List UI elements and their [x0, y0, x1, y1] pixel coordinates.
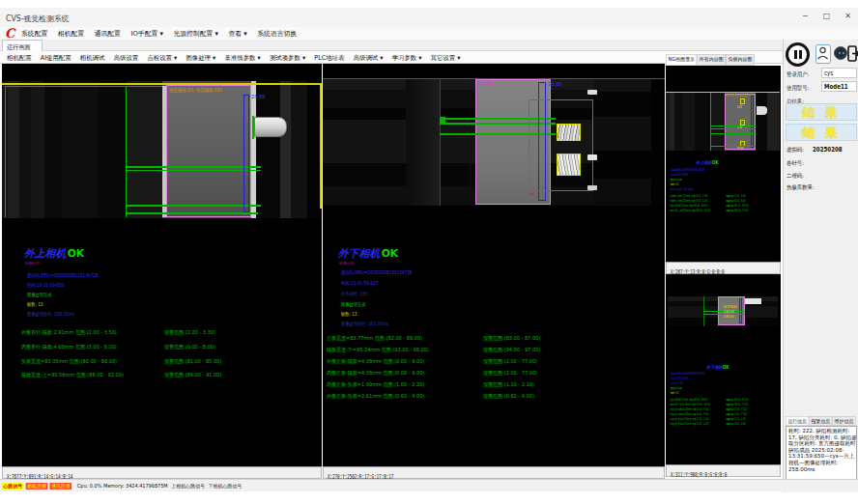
exit-icon [847, 44, 858, 63]
upper-green-top [5, 86, 167, 87]
upper-camera-name: 外上相机 [24, 247, 66, 260]
camera-view-lower[interactable]: AI检测框 28.80 6.8 外下相机OK NG统计(0) 虚拟码:0ff1i… [323, 64, 665, 466]
upper-row-3: 负极宽度=83.05mm 范围:(80.00 - 86.00) [21, 357, 117, 365]
menu-io-config[interactable]: IO手配置 ▾ [130, 29, 162, 38]
upper-ng-note: NG统计(1) [25, 261, 41, 266]
mini2-row-5: 内侧正极-负极=1.90mm 范围:(1.00 - 2.20) [670, 417, 709, 421]
upper-green-h2 [126, 170, 261, 171]
tab-run-screen[interactable]: 运行画面 [2, 40, 43, 51]
upper-green-h3 [126, 205, 261, 207]
window-title: CVS-视觉检测系统 [6, 14, 69, 24]
lower-camera-image: AI检测框 28.80 6.8 [323, 78, 665, 206]
tool-camera-config[interactable]: 相机配置 [7, 53, 32, 62]
log-textarea[interactable]: 耗时: 222, 缺陷检测耗时: 17, 缺陷分类耗时: 0, 缺陷提取分区耗时… [786, 426, 857, 485]
mini1-alarm-4: 报警范围:(89.00 - 91.00) [726, 209, 749, 212]
tool-camera-debug[interactable]: 相机调试 [80, 53, 105, 62]
pause-button[interactable] [786, 42, 810, 67]
tool-other-settings[interactable]: 其它设置 ▾ [431, 53, 461, 62]
tool-plc-table[interactable]: PLC地址表 [314, 53, 344, 62]
mini1-tab-piece [757, 106, 767, 115]
result-box-1: 结 果 [786, 103, 857, 121]
lower-green-vline [440, 78, 441, 206]
mini2-row-6: 外侧正极-负极=2.61mm 范围:(0.60 - 4.00) [670, 422, 709, 426]
tool-baseline-params[interactable]: 基准线参数 ▾ [225, 53, 261, 62]
user-button[interactable] [815, 44, 831, 64]
lower-ai-defect-box [529, 99, 593, 191]
mini1-green-vline [710, 93, 711, 151]
cam-down-status: 下相机心跳信号 [208, 483, 242, 490]
camera-view-upper[interactable]: 固定阈值:93, 动态阈值:100 25.88 外上相机OK NG统计(1) 虚… [2, 64, 322, 466]
pause-icon [794, 50, 797, 59]
upper-row-4: 隔膜宽度-上=90.56mm 范围:(88.00 - 92.00) [21, 371, 124, 378]
menu-language[interactable]: 系统语言切换 [257, 29, 297, 38]
mini1-threshold: 固定阈值:93, 动态阈值:100 [726, 94, 752, 98]
mini2-row-4: 内侧正极-隔膜=4.38mm 范围:(0.00 - 9.00) [670, 412, 709, 416]
upper-camera-image: 固定阈值:93, 动态阈值:100 25.88 [2, 81, 322, 218]
tool-spotcheck[interactable]: 点检设置 ▾ [147, 53, 177, 62]
menu-light-config[interactable]: 光源控制配置 ▾ [173, 29, 218, 38]
maximize-button[interactable]: □ [820, 12, 833, 20]
mini1-green-h3 [710, 133, 756, 134]
upper-blue-value: 25.88 [251, 94, 265, 100]
upper-alarm-2: 报警范围:(0.00 - 8.00) [164, 343, 215, 350]
lower-row-2: 隔膜宽度-下=95.24mm 范围:(93.00 - 98.00) [327, 346, 429, 353]
menu-system-config[interactable]: 系统配置 [21, 29, 47, 38]
mini1-image: 固定阈值:93, 动态阈值:100 2.91 4.60 90.56 [666, 93, 780, 151]
lower-clip-3 [587, 185, 597, 190]
tool-advanced-settings[interactable]: 高级设置 [114, 53, 139, 62]
settings-button[interactable] [834, 46, 847, 60]
lower-right-region [593, 78, 651, 206]
upper-result-title: 外上相机OK [24, 247, 84, 261]
needle-label: 卷针号: [786, 159, 804, 167]
exit-button[interactable] [847, 44, 858, 63]
mini-view-upper[interactable]: 固定阈值:93, 动态阈值:100 2.91 4.60 90.56 外上相机OK… [666, 66, 781, 262]
lower-camera-name: 外下相机 [338, 247, 380, 260]
mini2-image: 83.77 95.24 4.38 4.38 1.90 2.61 [668, 296, 778, 326]
title-bar: CVS-视觉检测系统 ─ □ ✕ [0, 8, 858, 27]
lower-done: 图像处理完成 [341, 301, 365, 308]
lower-row-5: 内侧正极-负极=1.90mm 范围:(1.00 - 2.20) [327, 380, 424, 388]
result-box-2: 结 果 [786, 124, 857, 141]
upper-green-vline [126, 86, 127, 217]
tool-learn-params[interactable]: 学习参数 ▾ [392, 53, 422, 62]
lower-view-statusbar: X:270;Y:2502;R:17;G:17;B:17 [323, 466, 665, 479]
tool-advanced-debug[interactable]: 高级调试 ▾ [354, 53, 384, 62]
upper-green-h1 [126, 166, 261, 168]
menu-camera-config[interactable]: 相机配置 [58, 29, 84, 38]
upper-row-1: 外侧卷针-隔膜:2.91mm 范围:(2.00 - 3.50) [21, 328, 117, 336]
mini1-row-4: 隔膜宽度-上=90.56mm 范围:(88.00 - 92.00) [670, 209, 710, 212]
mini-view-lower[interactable]: 83.77 95.24 4.38 4.38 1.90 2.61 外下相机OK 虚… [666, 274, 781, 464]
mini1-row-2: 内侧卷针-隔膜:4.60mm 范围:(3.00 - 6.00) [670, 199, 708, 203]
settings-icon [839, 52, 841, 54]
mini2-frame: 帧数: 13 [671, 391, 678, 395]
log-tab-alarm[interactable]: 报警信息 [809, 416, 832, 426]
mini2-alarm-2: 报警范围:(94.00 - 97.00) [726, 403, 749, 406]
tool-ai-config[interactable]: AI使用配置 [41, 53, 72, 62]
menu-view[interactable]: 查看 ▾ [228, 29, 246, 38]
login-value[interactable]: cys [821, 68, 857, 78]
mini-tab-ng[interactable]: NG画面显示 [666, 54, 697, 66]
mini2-alarm-1: 报警范围:(83.00 - 87.00) [726, 398, 749, 402]
close-button[interactable]: ✕ [842, 12, 854, 20]
mini2-note-2: 4.38 4.38 [724, 310, 734, 313]
menu-comm-config[interactable]: 通讯配置 [95, 29, 121, 38]
upper-measure-box [243, 95, 249, 212]
cam-up-status: 上相机心跳信号 [171, 483, 205, 490]
tool-image-process[interactable]: 图像处理 ▾ [186, 53, 215, 62]
mini2-note-1: 83.77 95.24 [724, 305, 736, 308]
upper-threshold-label: 固定阈值:93, 动态阈值:100 [169, 87, 222, 94]
tool-test-params[interactable]: 测试项参数 ▾ [270, 53, 305, 62]
lower-defect-box-1 [557, 124, 581, 141]
app-logo-icon: C [5, 27, 14, 40]
anode-count-label: 负极库数量: [786, 183, 815, 191]
minimize-button[interactable]: ─ [799, 12, 812, 20]
mini-tab-anode[interactable]: 负极内容图 [726, 54, 755, 66]
upper-done: 图像处理完成 [27, 292, 51, 298]
mini2-row-3: 外侧正极-隔膜=4.38mm 范围:(0.00 - 9.00) [670, 407, 709, 411]
lower-alarm-3: 报警范围:(2.00 - 77.00) [483, 357, 537, 365]
model-value[interactable]: Mode11 [821, 81, 857, 92]
mini2-time: 时间:13-31-59-627 [671, 377, 688, 380]
mini-tab-all[interactable]: 所有内容图 [697, 54, 726, 66]
log-tab-run[interactable]: 运行信息 [786, 416, 809, 426]
log-tab-maintain[interactable]: 维护信息 [832, 416, 855, 426]
